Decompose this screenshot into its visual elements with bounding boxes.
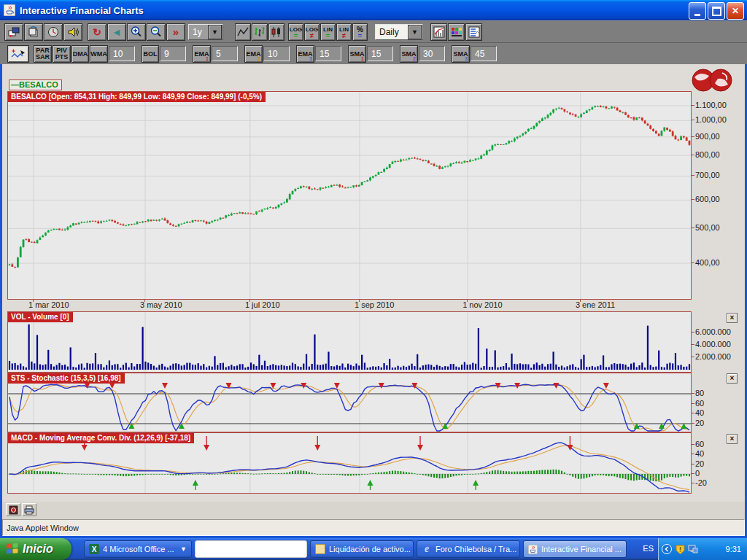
internet-explorer-icon: e xyxy=(422,544,432,554)
report-button[interactable] xyxy=(465,23,482,41)
log-scale-button[interactable]: LOG = xyxy=(288,23,303,41)
date-axis-tick xyxy=(144,299,145,302)
linear-scale-button[interactable]: LIN = xyxy=(320,23,336,41)
macd-panel: MACD - Moving Average Conv. Div. (12,26,… xyxy=(7,432,692,494)
close-icon: ✕ xyxy=(732,6,739,16)
system-tray: 9:31 xyxy=(658,538,747,560)
collapse-icon[interactable] xyxy=(662,544,672,554)
zoom-in-button[interactable] xyxy=(127,23,146,41)
stochastic-axis-label: 40 xyxy=(695,408,704,417)
price-panel-header: BESALCO [Open: 854,31 High: 849,99 Low: … xyxy=(8,92,266,102)
volume-axis-label: 4.000.000 xyxy=(695,340,731,349)
refresh-icon: ↻ xyxy=(93,27,101,37)
price-axis-label-tick xyxy=(692,199,694,200)
line-chart-type-button[interactable] xyxy=(235,23,251,41)
taskbar-item-office-group[interactable]: X 4 Microsoft Office ... ▼ xyxy=(84,540,192,558)
date-axis-label: 1 sep 2010 xyxy=(355,300,394,309)
range-dropdown[interactable]: 1y ▼ xyxy=(188,24,223,40)
stochastic-axis-label: 80 xyxy=(695,389,704,397)
ema3-period-field[interactable]: 15 xyxy=(315,46,341,61)
price-axis-label-tick xyxy=(692,155,694,155)
sma1-button[interactable]: SMA 1 xyxy=(348,45,366,63)
pages-button[interactable] xyxy=(24,23,43,41)
palette-button[interactable] xyxy=(448,23,465,41)
candle-chart-type-button[interactable] xyxy=(268,23,285,41)
stochastic-axis-label-tick xyxy=(692,423,694,424)
sma3-button[interactable]: SMA 3 xyxy=(452,45,470,63)
parabolic-sar-button[interactable]: PAR SAR xyxy=(34,45,52,63)
macd-axis-label-tick xyxy=(692,473,694,474)
start-label: Inicio xyxy=(23,542,53,556)
macd-panel-close-button[interactable]: × xyxy=(727,434,738,444)
date-axis-tick xyxy=(467,299,468,302)
bollinger-button[interactable]: BOL xyxy=(142,45,159,63)
interval-dropdown[interactable]: Daily ▼ xyxy=(375,24,423,40)
zoom-out-button[interactable] xyxy=(147,23,166,41)
network-icon[interactable] xyxy=(688,544,698,554)
target-tool-button[interactable] xyxy=(6,503,20,516)
forward-button[interactable]: » xyxy=(166,23,185,41)
date-axis-tick xyxy=(580,299,581,302)
volume-panel-close-button[interactable]: × xyxy=(727,313,738,323)
screen: Interactive Financial Charts ✕ xyxy=(0,0,747,560)
ema2-period-field[interactable]: 10 xyxy=(263,46,290,61)
date-axis-label: 3 ene 2011 xyxy=(576,300,615,309)
sma2-period-field[interactable]: 30 xyxy=(419,46,445,61)
stochastic-panel-close-button[interactable]: × xyxy=(727,373,738,384)
volume-panel-header: VOL - Volume [0] xyxy=(8,312,73,322)
taskbar-item-blank[interactable] xyxy=(195,540,307,558)
ema1-period-field[interactable]: 5 xyxy=(212,46,238,61)
ema1-button[interactable]: EMA 1 xyxy=(193,45,211,63)
wma-period-field[interactable]: 10 xyxy=(109,46,135,61)
sound-button[interactable] xyxy=(63,23,82,41)
start-button[interactable]: Inicio xyxy=(0,538,71,560)
taskbar-item-foro-chilebolsa[interactable]: e Foro Chilebolsa / Tra... xyxy=(417,540,520,558)
date-axis-label: 3 may 2010 xyxy=(140,300,182,309)
stochastic-axis-label-tick xyxy=(692,393,694,394)
minimize-button[interactable] xyxy=(689,2,706,20)
volume-chart-canvas[interactable] xyxy=(8,312,691,372)
clock-button[interactable] xyxy=(44,23,63,41)
price-axis-label: 800,00 xyxy=(695,150,720,159)
bollinger-period-field[interactable]: 9 xyxy=(160,46,186,61)
main-toolbar: ↻ ◄ » 1y ▼ xyxy=(0,20,747,43)
maximize-button[interactable] xyxy=(708,2,725,20)
bar-chart-type-button[interactable] xyxy=(252,23,268,41)
language-indicator[interactable]: ES xyxy=(643,544,654,553)
taskbar-item-interactive-financial[interactable]: Interactive Financial ... xyxy=(523,540,627,558)
sma3-period-field[interactable]: 45 xyxy=(471,46,497,61)
alert-icon[interactable] xyxy=(675,544,685,554)
wma-button[interactable]: WMA xyxy=(90,45,108,63)
stochastic-axis-label: 20 xyxy=(695,419,704,427)
percent-scale-button[interactable]: % = xyxy=(352,23,368,41)
mini-chart-button[interactable] xyxy=(430,23,447,41)
dma-button[interactable]: DMA xyxy=(71,45,89,63)
stochastic-panel: STS - Stochastic (15,3,5) [16,98] xyxy=(7,373,692,432)
log-unequal-scale-button[interactable]: LOG ≠ xyxy=(304,23,320,41)
indicator-panel-button[interactable] xyxy=(7,45,29,63)
stochastic-panel-header: STS - Stochastic (15,3,5) [16,98] xyxy=(8,373,125,384)
refresh-button[interactable]: ↻ xyxy=(88,23,107,41)
ema3-button[interactable]: EMA 3 xyxy=(296,45,314,63)
chevron-down-icon: ▼ xyxy=(180,545,187,553)
taskbar-item-liquidacion[interactable]: Liquidación de activo... xyxy=(310,540,414,558)
new-chart-button[interactable] xyxy=(4,23,23,41)
zoom-out-icon xyxy=(150,26,163,39)
sma1-period-field[interactable]: 15 xyxy=(367,46,393,61)
pivot-points-button[interactable]: PIV PTS xyxy=(53,45,71,63)
ema2-button[interactable]: EMA 2 xyxy=(244,45,263,63)
linear-unequal-scale-button[interactable]: LIN ≠ xyxy=(336,23,352,41)
candle-chart-icon xyxy=(270,26,283,39)
java-icon xyxy=(528,545,538,554)
macd-axis-label: 60 xyxy=(695,440,704,448)
title-bar: Interactive Financial Charts ✕ xyxy=(0,0,747,20)
applet-button-row xyxy=(2,502,745,519)
print-button[interactable] xyxy=(22,503,36,516)
close-button[interactable]: ✕ xyxy=(727,2,744,20)
date-axis-tick xyxy=(33,299,34,302)
volume-axis-label-tick xyxy=(692,344,694,345)
sma2-button[interactable]: SMA 2 xyxy=(400,45,418,63)
series-legend: —BESALCO xyxy=(9,79,62,90)
back-button[interactable]: ◄ xyxy=(107,23,126,41)
price-chart-canvas[interactable] xyxy=(8,92,691,299)
